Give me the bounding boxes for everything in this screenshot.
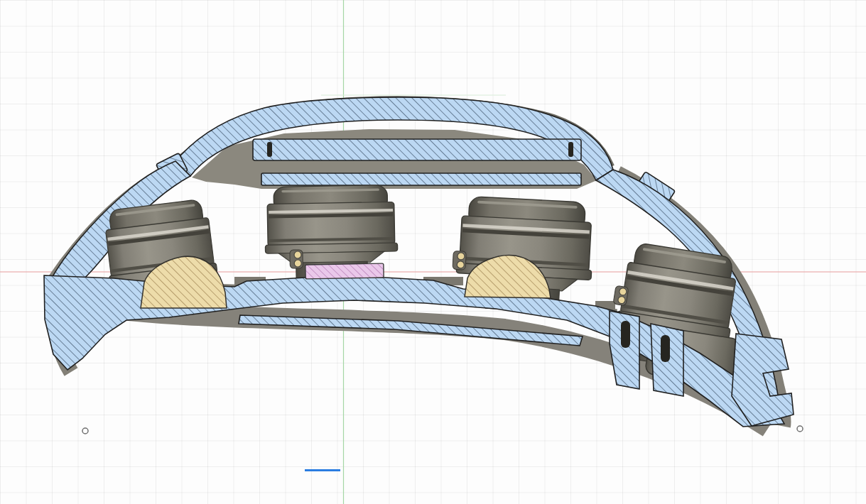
model-canvas[interactable] — [0, 0, 866, 504]
inner-plate-upper[interactable] — [253, 139, 581, 160]
pin-contacts — [290, 250, 303, 268]
pin-contacts — [613, 285, 629, 305]
screw-slot-1 — [621, 321, 630, 348]
screw-slot-2 — [661, 335, 670, 362]
inner-plate-lower[interactable] — [261, 173, 581, 185]
plate-screw-right — [568, 142, 573, 157]
view-widgets — [82, 426, 803, 471]
plate-screw-left — [267, 142, 272, 157]
origin-marker-left[interactable] — [82, 428, 88, 434]
pin-contacts — [453, 251, 466, 270]
cad-viewport[interactable] — [0, 0, 866, 504]
scale-indicator[interactable] — [305, 469, 340, 471]
origin-marker-right[interactable] — [797, 426, 803, 432]
gasket-seal[interactable] — [305, 263, 384, 279]
